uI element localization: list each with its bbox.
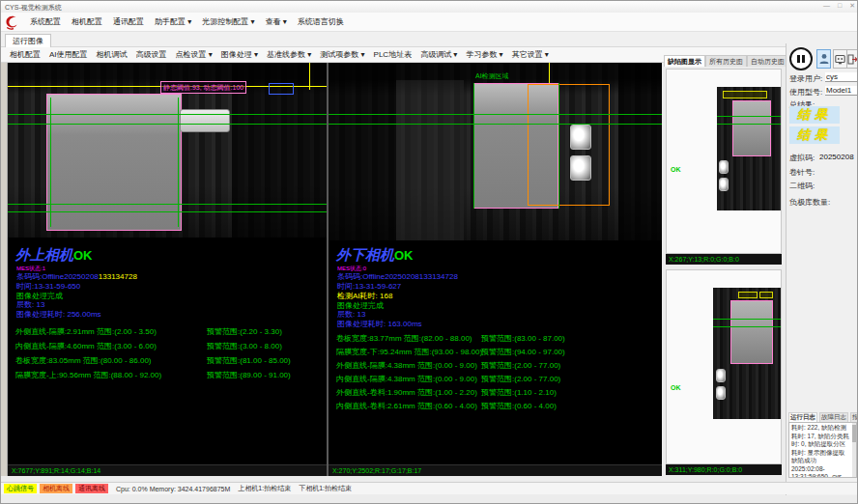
menu-camera-config[interactable]: 相机配置 bbox=[72, 16, 102, 27]
tool-plc-address[interactable]: PLC地址表 bbox=[374, 49, 413, 60]
pixel-coords-bar: X:270;Y:2502;R:17;G:17;B:17 bbox=[329, 464, 662, 476]
camera-status-badge: 相机离线 bbox=[40, 484, 72, 493]
yellow-reference-vline bbox=[309, 63, 310, 90]
needle-number-label: 卷针号: bbox=[789, 167, 815, 178]
warn-range: 预警范围:(2.00 - 77.00) bbox=[481, 374, 560, 384]
defect-thumb-panel-1[interactable]: OK bbox=[666, 69, 782, 254]
robot-face-icon bbox=[835, 54, 845, 65]
barcode-highlight: 133134728 bbox=[99, 272, 137, 281]
app-logo-icon bbox=[4, 14, 19, 30]
menu-language-switch[interactable]: 系统语言切换 bbox=[298, 16, 344, 27]
history-image-column: 缺陷图显示 所有历史图 自动历史图 OK X:267;Y:13;R:0;G:0;… bbox=[664, 55, 784, 476]
qr-code-label: 二维码: bbox=[789, 181, 815, 191]
negative-stock-label: 负极库数量: bbox=[789, 197, 830, 208]
mini-annotation-box bbox=[759, 292, 773, 298]
result-badge-lower: 结果 bbox=[789, 126, 840, 144]
measurement-text: 外侧直线-隔膜:4.38mm 范围:(0.00 - 9.00) bbox=[336, 360, 477, 371]
tab-fault-log[interactable]: 故障日志 bbox=[819, 412, 848, 422]
ai-detect-roi-box bbox=[528, 84, 610, 206]
pixel-coords-bar: X:7677;Y:891;R:14;G:14;B:14 bbox=[8, 464, 327, 476]
measurement-text: 内侧直线-隔膜:4.38mm 范围:(0.00 - 9.00) bbox=[336, 374, 477, 384]
exit-button[interactable] bbox=[846, 49, 858, 69]
tool-camera-config[interactable]: 相机配置 bbox=[10, 49, 41, 60]
menu-light-config[interactable]: 光源控制配置 ▾ bbox=[202, 16, 254, 27]
green-measure-vline bbox=[50, 98, 51, 227]
measurement-text: 内侧直线-隔膜:4.60mm 范围:(3.00 - 6.00) bbox=[15, 341, 157, 351]
status-ok: OK bbox=[394, 248, 414, 263]
app-window: CYS-视觉检测系统 — □ ✕ 系统配置 相机配置 通讯配置 助手配置 ▾ 光… bbox=[0, 0, 858, 504]
green-measure-vline bbox=[558, 83, 559, 209]
tool-advanced-debug[interactable]: 高级调试 ▾ bbox=[420, 49, 457, 60]
tool-spot-check[interactable]: 点检设置 ▾ bbox=[176, 49, 213, 60]
tab-run-image[interactable]: 运行图像 bbox=[5, 34, 51, 47]
tab-alarm-log[interactable]: 报警日志 bbox=[850, 412, 858, 422]
run-log-area[interactable]: 耗时: 222, 缺陷检测耗时: 17, 缺陷分类耗时: 0, 缺陷提取分区耗时… bbox=[788, 422, 857, 478]
lower-camera-viewport[interactable]: AI检测区域 外下相机OK MES状态:0 条码码:Offline2025020… bbox=[329, 63, 662, 476]
comm-status-badge: 通讯离线 bbox=[75, 484, 108, 493]
log-text: 耗时: 222, 缺陷检测耗时: 17, 缺陷分类耗时: 0, 缺陷提取分区耗时… bbox=[791, 424, 849, 478]
green-measure-line bbox=[8, 124, 327, 125]
defect-thumb-panel-2[interactable]: OK bbox=[666, 269, 782, 464]
tool-image-processing[interactable]: 图像处理 ▾ bbox=[221, 49, 258, 60]
virtual-code-value: 20250208 bbox=[819, 153, 854, 161]
maximize-icon[interactable]: □ bbox=[838, 2, 842, 10]
warn-range: 预警范围:(1.10 - 2.10) bbox=[481, 387, 557, 398]
tool-advanced-settings[interactable]: 高级设置 bbox=[136, 49, 167, 60]
tab-all-history[interactable]: 所有历史图 bbox=[705, 55, 747, 67]
tool-baseline-params[interactable]: 基准线参数 ▾ bbox=[267, 49, 311, 60]
tool-ai-usage-config[interactable]: AI使用配置 bbox=[49, 49, 88, 60]
minimize-icon[interactable]: — bbox=[823, 2, 830, 10]
tab-connector bbox=[180, 109, 230, 132]
menu-view[interactable]: 查看 ▾ bbox=[266, 16, 287, 27]
warn-range: 预警范围:(3.00 - 8.00) bbox=[207, 341, 282, 351]
pixel-coords: X:267;Y:13;R:0;G:0;B:0 bbox=[669, 256, 739, 263]
measurement-text: 外侧直线-隔膜:2.91mm 范围:(2.00 - 3.50) bbox=[15, 326, 157, 337]
pause-button[interactable] bbox=[789, 47, 813, 70]
measurement-text: 卷板宽度:83.77mm 范围:(82.00 - 88.00) bbox=[336, 333, 472, 344]
tab-strip: 运行图像 bbox=[1, 32, 858, 47]
ai-region-label: AI检测区域 bbox=[475, 71, 509, 81]
tool-camera-debug[interactable]: 相机调试 bbox=[97, 49, 128, 60]
warn-range: 预警范围:(81.00 - 85.00) bbox=[207, 355, 291, 366]
warn-range: 预警范围:(2.00 - 77.00) bbox=[481, 360, 560, 371]
green-measure-line bbox=[8, 204, 327, 205]
monitor-button[interactable] bbox=[833, 49, 847, 69]
status-bar: 心跳信号 相机离线 通讯离线 Cpu: 0.0% Memory: 3424.41… bbox=[1, 482, 858, 494]
title-bar: CYS-视觉检测系统 — □ ✕ bbox=[1, 1, 858, 13]
menu-comm-config[interactable]: 通讯配置 bbox=[113, 16, 144, 27]
green-measure-line bbox=[8, 211, 327, 212]
login-user-button[interactable] bbox=[816, 49, 831, 69]
tab-auto-history[interactable]: 自动历史图 bbox=[747, 55, 788, 67]
log-scrollbar[interactable] bbox=[852, 423, 856, 477]
lower-camera-status: 下相机1:拍检结束 bbox=[299, 484, 352, 493]
thumb1-coords-bar: X:267;Y:13;R:0;G:0;B:0 bbox=[666, 254, 782, 265]
mini-status-ok: OK bbox=[671, 166, 681, 173]
lower-camera-image: AI检测区域 bbox=[329, 63, 662, 240]
window-title: CYS-视觉检测系统 bbox=[5, 3, 62, 13]
measurement-text: 卷板宽度:83.05mm 范围:(80.00 - 86.00) bbox=[15, 355, 152, 366]
menu-system-config[interactable]: 系统配置 bbox=[30, 16, 61, 27]
close-icon[interactable]: ✕ bbox=[849, 2, 855, 10]
status-ok: OK bbox=[73, 248, 93, 263]
tab-run-log[interactable]: 运行日志 bbox=[788, 412, 817, 422]
tool-other-settings[interactable]: 其它设置 ▾ bbox=[512, 49, 549, 60]
log-tabs: 运行日志 故障日志 报警日志 bbox=[788, 412, 858, 422]
green-measure-vline bbox=[178, 98, 179, 227]
menu-assistant-config[interactable]: 助手配置 ▾ bbox=[155, 16, 191, 27]
login-user-label: 登录用户: bbox=[789, 73, 822, 84]
menu-bar: 系统配置 相机配置 通讯配置 助手配置 ▾ 光源控制配置 ▾ 查看 ▾ 系统语言… bbox=[1, 13, 858, 32]
pixel-coords: X:311;Y:980;R:0;G:0;B:0 bbox=[669, 466, 742, 473]
upper-camera-viewport[interactable]: 静态阈值:93, 动态阈值:100 外上相机OK MES状态:1 条码码:Off… bbox=[8, 63, 327, 476]
tool-learning-params[interactable]: 学习参数 ▾ bbox=[466, 49, 502, 60]
tab-defect-image[interactable]: 缺陷图显示 bbox=[664, 55, 705, 67]
model-value[interactable]: Model1 bbox=[825, 86, 858, 96]
pause-icon bbox=[802, 55, 805, 63]
tool-test-params[interactable]: 测试项参数 ▾ bbox=[320, 49, 364, 60]
measurement-text: 隔膜宽度-下:95.24mm 范围:(93.00 - 98.00) bbox=[336, 347, 482, 357]
upper-camera-status: 上相机1:拍检结束 bbox=[238, 484, 291, 493]
camera-title: 外上相机OK bbox=[15, 246, 93, 265]
measurement-text: 内侧直线-卷料:2.61mm 范围:(0.60 - 4.00) bbox=[336, 401, 477, 411]
login-user-value[interactable]: cys bbox=[825, 72, 858, 82]
mini-cell-box bbox=[730, 300, 773, 364]
heartbeat-badge: 心跳信号 bbox=[4, 484, 37, 493]
